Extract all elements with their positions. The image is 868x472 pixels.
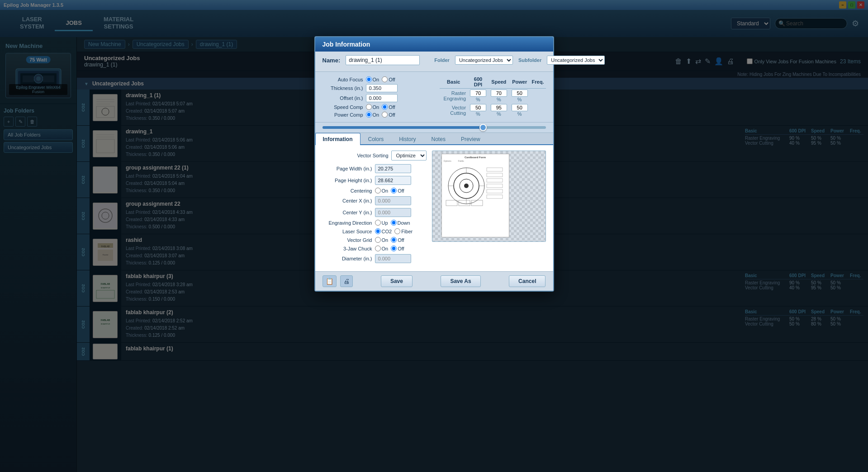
page-height-input[interactable] bbox=[375, 176, 411, 185]
speed-comp-off-label[interactable]: Off bbox=[382, 104, 395, 110]
auto-focus-off-label[interactable]: Off bbox=[382, 76, 395, 82]
tab-colors[interactable]: Colors bbox=[360, 133, 392, 145]
auto-focus-label: Auto Focus bbox=[323, 77, 363, 82]
engraving-down-label[interactable]: Down bbox=[391, 220, 410, 226]
jaw-chuck-row: 3-Jaw Chuck On Off bbox=[323, 245, 427, 251]
vector-grid-on-radio[interactable] bbox=[375, 237, 381, 243]
svg-rect-46 bbox=[487, 195, 503, 198]
vector-grid-on-label[interactable]: On bbox=[375, 237, 389, 243]
vector-grid-off-label[interactable]: Off bbox=[391, 237, 404, 243]
subfolder-select[interactable]: Uncategorized Jobs bbox=[547, 56, 605, 65]
power-comp-off-radio[interactable] bbox=[382, 112, 388, 118]
dpi-section: Basic 600 DPI Speed Power Freq. Raster E… bbox=[440, 76, 546, 118]
auto-focus-on-radio[interactable] bbox=[366, 76, 372, 82]
dpi-table: Basic 600 DPI Speed Power Freq. Raster E… bbox=[440, 76, 546, 118]
th-dpi: 600 DPI bbox=[468, 76, 489, 89]
preview-svg bbox=[444, 163, 507, 208]
speed-comp-off-radio[interactable] bbox=[382, 104, 388, 110]
tab-history[interactable]: History bbox=[391, 133, 423, 145]
centering-label: Centering bbox=[323, 188, 372, 194]
raster-power-input[interactable] bbox=[512, 90, 528, 97]
speed-comp-row: Speed Comp On Off bbox=[323, 103, 429, 111]
modal-footer: 📋 🖨 Save Save As Cancel bbox=[315, 271, 553, 291]
vector-grid-label: Vector Grid bbox=[323, 237, 372, 243]
page-width-input[interactable] bbox=[375, 164, 411, 173]
th-power: Power bbox=[509, 76, 530, 89]
save-as-button[interactable]: Save As bbox=[441, 275, 480, 287]
name-label: Name: bbox=[323, 57, 341, 64]
power-comp-on-radio[interactable] bbox=[366, 112, 372, 118]
vector-speed-input[interactable] bbox=[491, 104, 507, 111]
tab-notes[interactable]: Notes bbox=[424, 133, 453, 145]
engraving-dir-radio: Up Down bbox=[375, 220, 410, 226]
print-job-button[interactable]: 🖨 bbox=[340, 275, 353, 287]
vector-power-cell: % bbox=[509, 103, 530, 118]
settings-left: Auto Focus On Off Thickness (in.) Offset… bbox=[323, 76, 429, 118]
raster-speed-input[interactable] bbox=[491, 90, 507, 97]
thickness-row: Thickness (in.) bbox=[323, 83, 429, 93]
laser-source-label: Laser Source bbox=[323, 229, 372, 234]
jaw-on-radio[interactable] bbox=[375, 245, 381, 251]
svg-rect-49 bbox=[471, 200, 483, 206]
vector-grid-off-radio[interactable] bbox=[391, 237, 397, 243]
jaw-chuck-radio: On Off bbox=[375, 245, 404, 251]
laser-fiber-radio[interactable] bbox=[394, 228, 400, 234]
tab-content-information: Vector Sorting Optimize Page Width (in.)… bbox=[315, 145, 553, 271]
centering-off-radio[interactable] bbox=[391, 188, 397, 194]
engraving-up-label[interactable]: Up bbox=[375, 220, 388, 226]
thickness-input[interactable] bbox=[366, 84, 398, 92]
speed-comp-on-radio[interactable] bbox=[366, 104, 372, 110]
slider-thumb[interactable] bbox=[479, 124, 487, 131]
power-comp-radio: On Off bbox=[366, 112, 395, 118]
preview-content: Cardboard Form Options Fields bbox=[432, 151, 545, 241]
speed-comp-on-label[interactable]: On bbox=[366, 104, 379, 110]
folder-select[interactable]: Uncategorized Jobs bbox=[455, 56, 513, 65]
engraving-up-radio[interactable] bbox=[375, 220, 381, 226]
auto-focus-off-radio[interactable] bbox=[382, 76, 388, 82]
copy-button[interactable]: 📋 bbox=[323, 275, 337, 287]
center-y-label: Center Y (in.) bbox=[323, 210, 372, 215]
engraving-down-radio[interactable] bbox=[391, 220, 397, 226]
info-left-panel: Vector Sorting Optimize Page Width (in.)… bbox=[323, 151, 427, 266]
offset-row: Offset (in.) bbox=[323, 93, 429, 103]
vector-power-input[interactable] bbox=[512, 104, 528, 111]
vector-sorting-select[interactable]: Optimize bbox=[391, 151, 427, 160]
svg-rect-45 bbox=[487, 189, 503, 193]
diameter-input[interactable] bbox=[375, 254, 411, 263]
power-comp-off-label[interactable]: Off bbox=[382, 112, 395, 118]
tab-preview[interactable]: Preview bbox=[453, 133, 488, 145]
laser-fiber-label[interactable]: Fiber bbox=[394, 228, 413, 234]
raster-power-cell: % bbox=[509, 89, 530, 104]
laser-co2-label[interactable]: CO2 bbox=[375, 228, 392, 234]
tab-information[interactable]: Information bbox=[315, 133, 360, 145]
laser-co2-radio[interactable] bbox=[375, 228, 381, 234]
vector-dpi-input[interactable] bbox=[470, 104, 486, 111]
slider-track[interactable] bbox=[323, 126, 546, 129]
page-height-row: Page Height (in.) bbox=[323, 176, 427, 185]
auto-focus-on-label[interactable]: On bbox=[366, 76, 379, 82]
svg-point-36 bbox=[464, 184, 469, 188]
center-x-input[interactable] bbox=[375, 196, 411, 205]
centering-on-label[interactable]: On bbox=[375, 188, 389, 194]
centering-on-radio[interactable] bbox=[375, 188, 381, 194]
power-comp-on-label[interactable]: On bbox=[366, 112, 379, 118]
modal-settings: Auto Focus On Off Thickness (in.) Offset… bbox=[315, 72, 553, 123]
vector-label: Vector Cutting bbox=[440, 103, 468, 118]
jaw-off-radio[interactable] bbox=[391, 245, 397, 251]
save-button[interactable]: Save bbox=[381, 275, 413, 287]
preview-document: Cardboard Form Options Fields bbox=[441, 154, 509, 237]
svg-rect-47 bbox=[446, 200, 457, 206]
svg-rect-42 bbox=[487, 173, 503, 177]
jaw-on-label[interactable]: On bbox=[375, 245, 389, 251]
job-name-input[interactable] bbox=[346, 55, 420, 65]
name-row: Name: Folder Uncategorized Jobs Subfolde… bbox=[323, 55, 546, 65]
jaw-off-label[interactable]: Off bbox=[391, 245, 404, 251]
raster-dpi-input[interactable] bbox=[470, 90, 486, 97]
vector-dpi-cell: % bbox=[468, 103, 489, 118]
speed-comp-label: Speed Comp bbox=[323, 104, 363, 110]
cancel-button[interactable]: Cancel bbox=[509, 275, 545, 287]
offset-input[interactable] bbox=[366, 94, 398, 102]
centering-off-label[interactable]: Off bbox=[391, 188, 404, 194]
page-width-label: Page Width (in.) bbox=[323, 166, 372, 171]
center-y-input[interactable] bbox=[375, 208, 411, 217]
